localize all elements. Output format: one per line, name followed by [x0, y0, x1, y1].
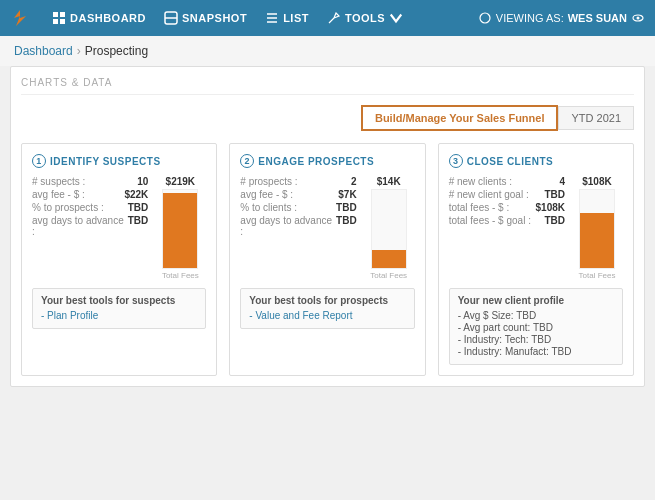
main-content: CHARTS & DATA Build/Manage Your Sales Fu… — [10, 66, 645, 387]
card-2-content: # prospects : 2 avg fee - $ : $7K % to c… — [240, 176, 414, 280]
stat-row: % to prospects : TBD — [32, 202, 148, 213]
svg-point-12 — [637, 17, 640, 20]
stat-row: avg days to advance : TBD — [32, 215, 148, 237]
bar — [580, 213, 614, 268]
svg-rect-3 — [53, 19, 58, 24]
card-3-profile: Your new client profile - Avg $ Size: TB… — [449, 288, 623, 365]
card-1-tools: Your best tools for suspects - Plan Prof… — [32, 288, 206, 329]
breadcrumb-separator: › — [77, 44, 81, 58]
stat-row: total fees - $ : $108K — [449, 202, 565, 213]
snapshot-icon — [164, 11, 178, 25]
logo — [10, 8, 30, 28]
card-1-chart: $219K Total Fees — [154, 176, 206, 280]
tabs-row: Build/Manage Your Sales Funnel YTD 2021 — [21, 105, 634, 131]
nav-snapshot[interactable]: SNAPSHOT — [164, 11, 247, 25]
eye-icon — [631, 11, 645, 25]
stat-row: % to clients : TBD — [240, 202, 356, 213]
cards-container: 1 IDENTIFY SUSPECTS # suspects : 10 avg … — [21, 143, 634, 376]
bar — [163, 193, 197, 268]
card-1-number: 1 — [32, 154, 46, 168]
card-1-title: 1 IDENTIFY SUSPECTS — [32, 154, 206, 168]
card-1-content: # suspects : 10 avg fee - $ : $22K % to … — [32, 176, 206, 280]
nav-tools[interactable]: TOOLS — [327, 11, 403, 25]
card-3-title: 3 CLOSE CLIENTS — [449, 154, 623, 168]
top-navigation: DASHBOARD SNAPSHOT LIST TOOLS VIEWING AS… — [0, 0, 655, 36]
dashboard-icon — [52, 11, 66, 25]
card-2-tools: Your best tools for prospects - Value an… — [240, 288, 414, 329]
card-engage-prospects: 2 ENGAGE PROSPECTS # prospects : 2 avg f… — [229, 143, 425, 376]
stat-row: avg days to advance : TBD — [240, 215, 356, 237]
tab-build-funnel[interactable]: Build/Manage Your Sales Funnel — [361, 105, 559, 131]
stat-row: # prospects : 2 — [240, 176, 356, 187]
svg-point-10 — [480, 13, 490, 23]
list-icon — [265, 11, 279, 25]
svg-marker-0 — [14, 10, 26, 26]
tab-ytd-2021[interactable]: YTD 2021 — [558, 106, 634, 130]
bar-container — [162, 189, 198, 269]
card-3-content: # new clients : 4 # new client goal : TB… — [449, 176, 623, 280]
card-2-stats: # prospects : 2 avg fee - $ : $7K % to c… — [240, 176, 356, 280]
stat-row: # new clients : 4 — [449, 176, 565, 187]
circle-icon — [478, 11, 492, 25]
stat-row: avg fee - $ : $7K — [240, 189, 356, 200]
card-identify-suspects: 1 IDENTIFY SUSPECTS # suspects : 10 avg … — [21, 143, 217, 376]
stat-row: avg fee - $ : $22K — [32, 189, 148, 200]
card-close-clients: 3 CLOSE CLIENTS # new clients : 4 # new … — [438, 143, 634, 376]
tools-icon — [327, 11, 341, 25]
chevron-down-icon — [389, 11, 403, 25]
svg-rect-1 — [53, 12, 58, 17]
stat-row: # new client goal : TBD — [449, 189, 565, 200]
card-2-number: 2 — [240, 154, 254, 168]
card-2-chart: $14K Total Fees — [363, 176, 415, 280]
breadcrumb-parent[interactable]: Dashboard — [14, 44, 73, 58]
section-label: CHARTS & DATA — [21, 77, 634, 95]
card-2-title: 2 ENGAGE PROSPECTS — [240, 154, 414, 168]
breadcrumb-current: Prospecting — [85, 44, 148, 58]
card-3-chart: $108K Total Fees — [571, 176, 623, 280]
svg-rect-4 — [60, 19, 65, 24]
nav-dashboard[interactable]: DASHBOARD — [52, 11, 146, 25]
svg-rect-2 — [60, 12, 65, 17]
card-3-stats: # new clients : 4 # new client goal : TB… — [449, 176, 565, 280]
nav-list[interactable]: LIST — [265, 11, 309, 25]
card-1-stats: # suspects : 10 avg fee - $ : $22K % to … — [32, 176, 148, 280]
stat-row: total fees - $ goal : TBD — [449, 215, 565, 226]
breadcrumb: Dashboard › Prospecting — [0, 36, 655, 66]
bar-container — [579, 189, 615, 269]
card-3-number: 3 — [449, 154, 463, 168]
bar — [372, 250, 406, 268]
bar-container — [371, 189, 407, 269]
stat-row: # suspects : 10 — [32, 176, 148, 187]
viewing-as: VIEWING AS: WES SUAN — [478, 11, 645, 25]
